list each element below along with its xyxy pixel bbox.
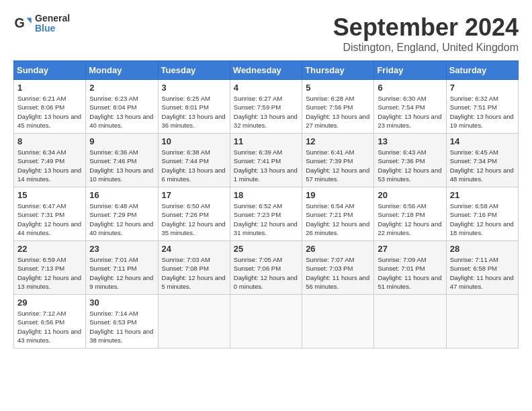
col-friday: Friday (374, 61, 446, 80)
calendar-cell: 9Sunrise: 6:36 AMSunset: 7:46 PMDaylight… (86, 134, 158, 187)
day-info: Sunrise: 6:52 AMSunset: 7:23 PMDaylight:… (234, 201, 298, 237)
calendar-title: September 2024 (333, 13, 519, 42)
day-info: Sunrise: 6:30 AMSunset: 7:54 PMDaylight:… (378, 94, 442, 130)
day-number: 18 (234, 190, 298, 200)
header-row: Sunday Monday Tuesday Wednesday Thursday… (14, 61, 519, 80)
logo-icon: G (13, 14, 32, 33)
calendar-cell (158, 295, 230, 349)
calendar-cell: 22Sunrise: 6:59 AMSunset: 7:13 PMDayligh… (14, 241, 86, 295)
calendar-table: Sunday Monday Tuesday Wednesday Thursday… (13, 60, 519, 349)
day-number: 22 (17, 244, 82, 254)
day-info: Sunrise: 6:28 AMSunset: 7:56 PMDaylight:… (306, 94, 370, 130)
calendar-cell: 24Sunrise: 7:03 AMSunset: 7:08 PMDayligh… (158, 241, 230, 295)
calendar-subtitle: Distington, England, United Kingdom (333, 42, 519, 54)
day-number: 13 (378, 136, 442, 146)
calendar-cell: 30Sunrise: 7:14 AMSunset: 6:53 PMDayligh… (86, 295, 158, 349)
day-info: Sunrise: 6:32 AMSunset: 7:51 PMDaylight:… (450, 94, 515, 130)
calendar-cell: 25Sunrise: 7:05 AMSunset: 7:06 PMDayligh… (230, 241, 302, 295)
col-wednesday: Wednesday (230, 61, 302, 80)
day-number: 19 (306, 190, 370, 200)
day-info: Sunrise: 6:56 AMSunset: 7:18 PMDaylight:… (378, 201, 442, 237)
day-number: 2 (89, 83, 154, 93)
calendar-cell: 14Sunrise: 6:45 AMSunset: 7:34 PMDayligh… (446, 134, 518, 187)
calendar-cell: 27Sunrise: 7:09 AMSunset: 7:01 PMDayligh… (374, 241, 446, 295)
day-number: 20 (378, 190, 442, 200)
calendar-cell: 2Sunrise: 6:23 AMSunset: 8:04 PMDaylight… (86, 80, 158, 134)
calendar-cell: 26Sunrise: 7:07 AMSunset: 7:03 PMDayligh… (302, 241, 374, 295)
day-number: 17 (162, 190, 226, 200)
calendar-cell: 8Sunrise: 6:34 AMSunset: 7:49 PMDaylight… (14, 134, 86, 187)
calendar-week-1: 1Sunrise: 6:21 AMSunset: 8:06 PMDaylight… (14, 80, 519, 134)
day-info: Sunrise: 6:54 AMSunset: 7:21 PMDaylight:… (306, 201, 370, 237)
calendar-cell: 5Sunrise: 6:28 AMSunset: 7:56 PMDaylight… (302, 80, 374, 134)
day-number: 21 (450, 190, 515, 200)
day-number: 9 (89, 136, 154, 146)
day-number: 6 (378, 83, 442, 93)
day-number: 8 (17, 136, 82, 146)
calendar-cell: 20Sunrise: 6:56 AMSunset: 7:18 PMDayligh… (374, 187, 446, 241)
logo: G General Blue (13, 13, 70, 34)
day-info: Sunrise: 6:36 AMSunset: 7:46 PMDaylight:… (89, 148, 154, 183)
day-info: Sunrise: 7:01 AMSunset: 7:11 PMDaylight:… (89, 255, 154, 291)
day-number: 10 (162, 136, 226, 146)
calendar-cell (446, 295, 518, 349)
calendar-cell: 11Sunrise: 6:39 AMSunset: 7:41 PMDayligh… (230, 134, 302, 187)
page-header: G General Blue September 2024 Distington… (13, 13, 519, 54)
calendar-cell: 3Sunrise: 6:25 AMSunset: 8:01 PMDaylight… (158, 80, 230, 134)
calendar-cell: 15Sunrise: 6:47 AMSunset: 7:31 PMDayligh… (14, 187, 86, 241)
day-number: 26 (306, 244, 370, 254)
day-number: 12 (306, 136, 370, 146)
day-info: Sunrise: 6:23 AMSunset: 8:04 PMDaylight:… (89, 94, 154, 130)
calendar-week-3: 15Sunrise: 6:47 AMSunset: 7:31 PMDayligh… (14, 187, 519, 241)
day-info: Sunrise: 6:48 AMSunset: 7:29 PMDaylight:… (89, 201, 154, 237)
col-thursday: Thursday (302, 61, 374, 80)
day-info: Sunrise: 7:07 AMSunset: 7:03 PMDaylight:… (306, 255, 370, 291)
calendar-cell: 13Sunrise: 6:43 AMSunset: 7:36 PMDayligh… (374, 134, 446, 187)
day-info: Sunrise: 6:43 AMSunset: 7:36 PMDaylight:… (378, 148, 442, 183)
calendar-cell: 19Sunrise: 6:54 AMSunset: 7:21 PMDayligh… (302, 187, 374, 241)
day-info: Sunrise: 6:59 AMSunset: 7:13 PMDaylight:… (17, 255, 82, 291)
day-info: Sunrise: 7:12 AMSunset: 6:56 PMDaylight:… (17, 309, 82, 345)
calendar-cell: 1Sunrise: 6:21 AMSunset: 8:06 PMDaylight… (14, 80, 86, 134)
calendar-week-4: 22Sunrise: 6:59 AMSunset: 7:13 PMDayligh… (14, 241, 519, 295)
calendar-cell: 29Sunrise: 7:12 AMSunset: 6:56 PMDayligh… (14, 295, 86, 349)
day-info: Sunrise: 6:38 AMSunset: 7:44 PMDaylight:… (162, 148, 226, 183)
day-info: Sunrise: 7:11 AMSunset: 6:58 PMDaylight:… (450, 255, 515, 291)
calendar-cell: 18Sunrise: 6:52 AMSunset: 7:23 PMDayligh… (230, 187, 302, 241)
title-block: September 2024 Distington, England, Unit… (333, 13, 519, 54)
day-info: Sunrise: 6:47 AMSunset: 7:31 PMDaylight:… (17, 201, 82, 237)
calendar-cell: 16Sunrise: 6:48 AMSunset: 7:29 PMDayligh… (86, 187, 158, 241)
calendar-cell: 6Sunrise: 6:30 AMSunset: 7:54 PMDaylight… (374, 80, 446, 134)
day-number: 11 (234, 136, 298, 146)
day-number: 30 (89, 298, 154, 308)
day-info: Sunrise: 6:50 AMSunset: 7:26 PMDaylight:… (162, 201, 226, 237)
day-number: 5 (306, 83, 370, 93)
day-number: 25 (234, 244, 298, 254)
day-info: Sunrise: 7:09 AMSunset: 7:01 PMDaylight:… (378, 255, 442, 291)
day-number: 7 (450, 83, 515, 93)
day-number: 16 (89, 190, 154, 200)
logo-line1: General (35, 13, 70, 24)
svg-marker-1 (27, 18, 32, 24)
day-info: Sunrise: 7:14 AMSunset: 6:53 PMDaylight:… (89, 309, 154, 345)
calendar-cell: 10Sunrise: 6:38 AMSunset: 7:44 PMDayligh… (158, 134, 230, 187)
calendar-cell: 12Sunrise: 6:41 AMSunset: 7:39 PMDayligh… (302, 134, 374, 187)
calendar-cell: 28Sunrise: 7:11 AMSunset: 6:58 PMDayligh… (446, 241, 518, 295)
calendar-cell: 4Sunrise: 6:27 AMSunset: 7:59 PMDaylight… (230, 80, 302, 134)
logo-text: General Blue (35, 13, 70, 34)
day-info: Sunrise: 7:03 AMSunset: 7:08 PMDaylight:… (162, 255, 226, 291)
col-monday: Monday (86, 61, 158, 80)
calendar-body: 1Sunrise: 6:21 AMSunset: 8:06 PMDaylight… (14, 80, 519, 349)
day-info: Sunrise: 6:45 AMSunset: 7:34 PMDaylight:… (450, 148, 515, 183)
day-info: Sunrise: 7:05 AMSunset: 7:06 PMDaylight:… (234, 255, 298, 291)
calendar-header: Sunday Monday Tuesday Wednesday Thursday… (14, 61, 519, 80)
day-number: 15 (17, 190, 82, 200)
day-info: Sunrise: 6:25 AMSunset: 8:01 PMDaylight:… (162, 94, 226, 130)
day-number: 27 (378, 244, 442, 254)
day-info: Sunrise: 6:41 AMSunset: 7:39 PMDaylight:… (306, 148, 370, 183)
day-info: Sunrise: 6:21 AMSunset: 8:06 PMDaylight:… (17, 94, 82, 130)
col-tuesday: Tuesday (158, 61, 230, 80)
calendar-cell: 23Sunrise: 7:01 AMSunset: 7:11 PMDayligh… (86, 241, 158, 295)
day-number: 4 (234, 83, 298, 93)
day-info: Sunrise: 6:58 AMSunset: 7:16 PMDaylight:… (450, 201, 515, 237)
